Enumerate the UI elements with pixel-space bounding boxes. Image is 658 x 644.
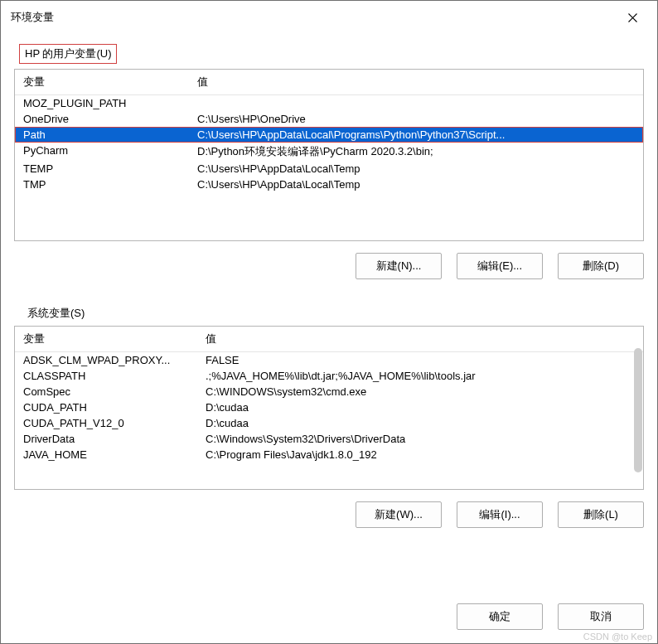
cell-value: FALSE [197,352,643,368]
table-row[interactable]: PyCharmD:\Python环境安装编译器\PyCharm 2020.3.2… [15,143,643,161]
cell-variable: Path [15,127,189,143]
cell-variable: TMP [15,177,189,192]
user-vars-list[interactable]: 变量 值 MOZ_PLUGIN_PATHOneDriveC:\Users\HP\… [14,69,644,241]
cell-value: C:\Program Files\Java\jdk1.8.0_192 [197,447,643,462]
user-vars-group: HP 的用户变量(U) 变量 值 MOZ_PLUGIN_PATHOneDrive… [14,44,644,279]
user-new-button[interactable]: 新建(N)... [356,253,442,279]
user-vars-label: HP 的用户变量(U) [19,44,117,64]
cell-variable: MOZ_PLUGIN_PATH [15,95,189,111]
cell-variable: CLASSPATH [15,368,197,384]
table-row[interactable]: PathC:\Users\HP\AppData\Local\Programs\P… [15,127,643,143]
cell-variable: CUDA_PATH [15,399,197,415]
system-vars-list[interactable]: 变量 值 ADSK_CLM_WPAD_PROXY...FALSECLASSPAT… [14,326,644,490]
sys-new-button[interactable]: 新建(W)... [356,501,442,528]
table-row[interactable]: TMPC:\Users\HP\AppData\Local\Temp [15,177,643,192]
cell-value: D:\Python环境安装编译器\PyCharm 2020.3.2\bin; [189,143,643,161]
cell-variable: PyCharm [15,143,189,161]
table-row[interactable]: CUDA_PATH_V12_0D:\cudaa [15,415,643,431]
cell-variable: JAVA_HOME [15,447,197,462]
cell-value: .;%JAVA_HOME%\lib\dt.jar;%JAVA_HOME%\lib… [197,368,643,384]
cell-value: D:\cudaa [197,399,643,415]
cell-value: C:\Users\HP\AppData\Local\Temp [189,161,643,177]
cancel-button[interactable]: 取消 [558,603,644,630]
sys-list-rows: ADSK_CLM_WPAD_PROXY...FALSECLASSPATH.;%J… [15,352,643,462]
cell-variable: CUDA_PATH_V12_0 [15,415,197,431]
table-row[interactable]: ADSK_CLM_WPAD_PROXY...FALSE [15,352,643,368]
user-list-rows: MOZ_PLUGIN_PATHOneDriveC:\Users\HP\OneDr… [15,95,643,192]
sys-list-header: 变量 值 [15,327,643,352]
table-row[interactable]: ComSpecC:\WINDOWS\system32\cmd.exe [15,384,643,399]
dialog-body: HP 的用户变量(U) 变量 值 MOZ_PLUGIN_PATHOneDrive… [1,34,657,603]
user-buttons-row: 新建(N)... 编辑(E)... 删除(D) [14,253,644,279]
table-row[interactable]: OneDriveC:\Users\HP\OneDrive [15,111,643,127]
col-variable[interactable]: 变量 [15,327,197,351]
cell-value: D:\cudaa [197,415,643,431]
cell-value: C:\WINDOWS\system32\cmd.exe [197,384,643,399]
dialog-footer-buttons: 确定 取消 [1,603,657,643]
cell-variable: ComSpec [15,384,197,399]
col-value[interactable]: 值 [189,70,216,94]
scrollbar-thumb[interactable] [634,348,642,472]
cell-value: C:\Users\HP\AppData\Local\Programs\Pytho… [189,127,643,143]
cell-value [189,95,643,111]
user-delete-button[interactable]: 删除(D) [558,253,644,279]
col-value[interactable]: 值 [197,327,225,351]
cell-value: C:\Windows\System32\Drivers\DriverData [197,431,643,447]
sys-buttons-row: 新建(W)... 编辑(I)... 删除(L) [14,501,644,528]
ok-button[interactable]: 确定 [457,603,543,630]
system-vars-label: 系统变量(S) [22,304,90,322]
table-row[interactable]: MOZ_PLUGIN_PATH [15,95,643,111]
titlebar: 环境变量 [1,1,657,34]
watermark: CSDN @to Keep [583,632,652,642]
sys-delete-button[interactable]: 删除(L) [558,501,644,528]
table-row[interactable]: TEMPC:\Users\HP\AppData\Local\Temp [15,161,643,177]
sys-edit-button[interactable]: 编辑(I)... [457,501,543,528]
cell-variable: TEMP [15,161,189,177]
user-edit-button[interactable]: 编辑(E)... [457,253,543,279]
cell-variable: DriverData [15,431,197,447]
cell-variable: OneDrive [15,111,189,127]
cell-value: C:\Users\HP\OneDrive [189,111,643,127]
close-icon [628,13,637,22]
table-row[interactable]: CUDA_PATHD:\cudaa [15,399,643,415]
cell-variable: ADSK_CLM_WPAD_PROXY... [15,352,197,368]
dialog-title: 环境变量 [11,10,54,25]
close-button[interactable] [616,6,649,29]
system-vars-group: 系统变量(S) 变量 值 ADSK_CLM_WPAD_PROXY...FALSE… [14,304,644,528]
table-row[interactable]: JAVA_HOMEC:\Program Files\Java\jdk1.8.0_… [15,447,643,462]
cell-value: C:\Users\HP\AppData\Local\Temp [189,177,643,192]
table-row[interactable]: DriverDataC:\Windows\System32\Drivers\Dr… [15,431,643,447]
col-variable[interactable]: 变量 [15,70,189,94]
user-list-header: 变量 值 [15,70,643,95]
env-vars-dialog: 环境变量 HP 的用户变量(U) 变量 值 MOZ_PLUGIN_PATHOne… [0,0,658,644]
table-row[interactable]: CLASSPATH.;%JAVA_HOME%\lib\dt.jar;%JAVA_… [15,368,643,384]
